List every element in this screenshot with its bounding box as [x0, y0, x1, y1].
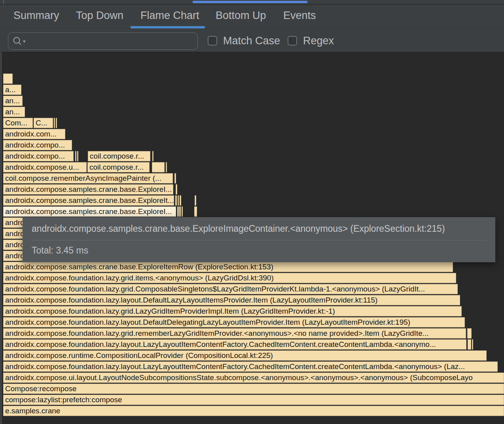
flame-bar[interactable]: androidx.compose.samples.crane.base.Expl… — [3, 184, 173, 195]
tooltip-divider — [32, 240, 486, 240]
flame-bar[interactable]: coil.compose.r... — [88, 151, 150, 161]
flame-bar[interactable] — [182, 206, 183, 217]
flame-bar[interactable]: androidx.compose.foundation.lazy.grid.La… — [3, 306, 462, 316]
flame-bar[interactable]: an... — [3, 107, 25, 117]
tab-events[interactable]: Events — [283, 5, 316, 26]
flame-bar[interactable]: coil.compose.r... — [87, 162, 150, 172]
flame-bar[interactable]: androidx.compose.foundation.lazy.grid.Co… — [3, 284, 458, 294]
flame-bar[interactable]: androidx.compose.foundation.lazy.layout.… — [3, 339, 466, 350]
flame-bar[interactable]: a... — [3, 85, 21, 95]
flame-bar[interactable]: androidx.compose.foundation.lazy.layout.… — [3, 317, 465, 327]
search-toolbar: ▾ Match Case Regex — [0, 28, 504, 52]
tab-top-down[interactable]: Top Down — [76, 5, 123, 26]
flame-bar[interactable]: androidx.compose.u... — [3, 162, 87, 172]
search-input[interactable] — [26, 33, 197, 49]
flame-bar[interactable]: Com... — [3, 118, 33, 128]
flame-bar[interactable] — [54, 118, 55, 128]
regex-label: Regex — [303, 35, 334, 47]
flame-bar[interactable] — [178, 195, 179, 206]
flame-bar[interactable] — [75, 151, 76, 161]
match-case-label: Match Case — [223, 35, 280, 47]
tooltip-total-time: Total: 3.45 ms — [32, 245, 486, 256]
flame-tooltip: androidx.compose.samples.crane.base.Expl… — [23, 217, 495, 262]
flame-bar[interactable]: androidx.compo... — [3, 140, 72, 150]
flame-bar[interactable] — [468, 339, 471, 350]
flame-bar[interactable]: androidx.compose.foundation.lazy.layout.… — [3, 362, 498, 372]
tab-bottom-up[interactable]: Bottom Up — [216, 5, 266, 26]
flame-bar[interactable] — [152, 151, 153, 161]
flame-bar[interactable]: androidx.compose.runtime.CompositionLoca… — [3, 350, 487, 361]
tooltip-frame-name: androidx.compose.samples.crane.base.Expl… — [32, 223, 486, 234]
flame-bar[interactable]: androidx.com... — [3, 129, 65, 139]
match-case-group: Match Case — [208, 29, 280, 53]
regex-checkbox[interactable] — [288, 36, 297, 45]
flame-bar[interactable] — [174, 173, 176, 184]
tab-flame-chart[interactable]: Flame Chart — [140, 5, 199, 26]
flame-bar[interactable]: Compose:recompose — [3, 384, 504, 394]
flame-bar[interactable] — [177, 206, 179, 217]
left-gutter — [0, 52, 2, 424]
regex-group: Regex — [288, 29, 334, 53]
flame-bar[interactable] — [175, 195, 177, 206]
flame-bar[interactable] — [467, 328, 472, 339]
flame-bar[interactable] — [56, 118, 57, 128]
flame-bar[interactable]: androidx.compose.ui.layout.LayoutNodeSub… — [3, 373, 504, 383]
flame-bar[interactable]: androidx.compose.samples.crane.base.Expl… — [3, 195, 174, 206]
flame-bar[interactable] — [195, 195, 196, 206]
flame-bar[interactable] — [194, 206, 197, 217]
flame-bar[interactable]: an... — [3, 96, 23, 106]
flame-bar[interactable]: androidx.compose.samples.crane.base.Expl… — [3, 206, 176, 217]
panel-divider — [3, 0, 4, 4]
match-case-checkbox[interactable] — [208, 36, 217, 45]
flame-bar[interactable] — [3, 74, 13, 84]
flame-bar[interactable] — [152, 162, 165, 172]
parent-tab-indicator — [193, 1, 307, 3]
flame-bar[interactable]: compose:lazylist:prefetch:compose — [3, 395, 504, 405]
top-strip — [0, 0, 504, 4]
flame-bar[interactable]: androidx.compose.foundation.lazy.layout.… — [3, 295, 460, 305]
tab-summary[interactable]: Summary — [13, 5, 59, 26]
profiler-flame-chart-panel: Summary Top Down Flame Chart Bottom Up E… — [0, 0, 504, 424]
flame-bar[interactable]: androidx.compose.foundation.lazy.grid.it… — [3, 273, 456, 283]
search-icon[interactable] — [12, 36, 23, 46]
flame-bar[interactable] — [166, 162, 167, 172]
flame-bar[interactable] — [180, 195, 181, 206]
flame-bar[interactable]: e.samples.crane — [3, 406, 504, 416]
tab-bar: Summary Top Down Flame Chart Bottom Up E… — [0, 5, 504, 28]
flame-bar[interactable]: C... — [34, 118, 53, 128]
search-field[interactable]: ▾ — [8, 32, 198, 50]
flame-bar[interactable] — [176, 184, 177, 195]
flame-bar[interactable]: androidx.compose.foundation.lazy.grid.re… — [3, 328, 466, 339]
flame-bar[interactable] — [179, 206, 181, 217]
flame-bar[interactable]: coil.compose.rememberAsyncImagePainter (… — [3, 173, 173, 184]
flame-bar[interactable] — [77, 151, 78, 161]
flame-bar[interactable]: androidx.compose.samples.crane.base.Expl… — [3, 262, 453, 272]
flame-bar[interactable] — [472, 339, 473, 350]
flame-bar[interactable]: androidx.compo... — [3, 151, 74, 161]
